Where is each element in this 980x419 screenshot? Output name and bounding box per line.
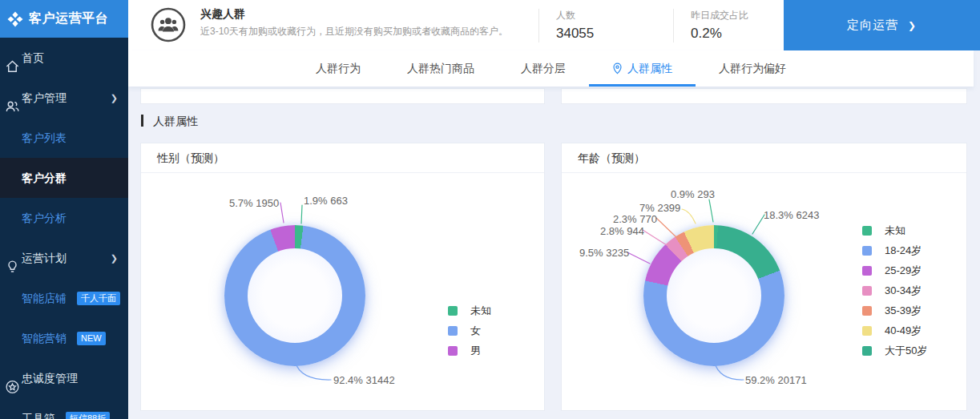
tab-group-layering[interactable]: 人群分层 bbox=[498, 50, 589, 87]
tab-group-attributes[interactable]: 人群属性 bbox=[589, 50, 696, 87]
group-info: 兴趣人群 近3-10天有加购或收藏行为，且近期没有购买加购或者收藏商品的客户。 bbox=[200, 7, 549, 38]
legend-swatch bbox=[862, 306, 872, 316]
sidebar-item-label: 忠诚度管理 bbox=[22, 372, 78, 385]
legend-swatch bbox=[862, 286, 872, 296]
sidebar-item-loyalty-management[interactable]: 忠诚度管理 bbox=[0, 358, 128, 398]
donut-hole bbox=[667, 248, 761, 343]
group-description: 近3-10天有加购或收藏行为，且近期没有购买加购或者收藏商品的客户。 bbox=[200, 25, 549, 38]
age-legend: 未知 18-24岁 25-29岁 30-34岁 35-39岁 40-49岁 大于… bbox=[862, 220, 927, 361]
legend-item[interactable]: 未知 bbox=[862, 220, 927, 240]
sidebar-item-label: 客户管理 bbox=[22, 91, 67, 104]
group-name: 兴趣人群 bbox=[200, 7, 549, 22]
gender-prediction-card: 性别（预测） 5.7% 1950 1.9% 663 92.4% 31442 未知… bbox=[140, 143, 545, 411]
age-prediction-card: 年龄（预测） 0.9% 293 18.3% 6243 7% 2399 2.3% … bbox=[561, 143, 967, 411]
sidebar-item-smart-shop[interactable]: 智能店铺千人千面 bbox=[0, 278, 128, 318]
sidebar-item-customer-list[interactable]: 客户列表 bbox=[0, 118, 128, 158]
sidebar: 客户运营平台 首页 客户管理 ❯ 客户列表 客户分群 bbox=[0, 0, 128, 419]
tab-label: 人群行为 bbox=[316, 62, 361, 75]
sidebar-item-label: 客户分群 bbox=[22, 171, 67, 184]
pie-label-female: 92.4% 31442 bbox=[333, 374, 395, 386]
card-title: 性别（预测） bbox=[141, 143, 544, 173]
legend-item[interactable]: 男 bbox=[448, 340, 491, 361]
legend-label: 未知 bbox=[470, 304, 491, 318]
chevron-right-icon: ❯ bbox=[908, 20, 917, 31]
stat-value: 34055 bbox=[556, 26, 594, 42]
sms-discount-badge: 短信88折 bbox=[66, 412, 110, 419]
age-donut-chart[interactable] bbox=[643, 225, 784, 366]
tab-label: 人群行为偏好 bbox=[719, 62, 786, 75]
sidebar-item-customer-analysis[interactable]: 客户分析 bbox=[0, 198, 128, 238]
sidebar-item-customer-management[interactable]: 客户管理 ❯ bbox=[0, 78, 128, 118]
targeted-operation-button[interactable]: 定向运营 ❯ bbox=[784, 0, 980, 50]
legend-item[interactable]: 女 bbox=[448, 320, 491, 340]
sidebar-item-label: 运营计划 bbox=[22, 252, 67, 264]
legend-item[interactable]: 40-49岁 bbox=[862, 320, 927, 340]
legend-label: 35-39岁 bbox=[885, 304, 922, 318]
tab-bar: 人群行为 人群热门商品 人群分层 人群属性 人群行为偏好 bbox=[128, 50, 974, 87]
leader-line bbox=[752, 215, 764, 234]
users-icon bbox=[5, 91, 20, 106]
pie-label-40-49: 7% 2399 bbox=[639, 202, 680, 214]
legend-label: 40-49岁 bbox=[885, 324, 922, 338]
smart-shop-badge: 千人千面 bbox=[77, 292, 120, 305]
sidebar-item-home[interactable]: 首页 bbox=[0, 38, 128, 78]
legend-item[interactable]: 30-34岁 bbox=[862, 280, 927, 300]
sidebar-item-label: 首页 bbox=[22, 51, 44, 64]
sidebar-item-operation-plan[interactable]: 运营计划 ❯ bbox=[0, 238, 128, 278]
sidebar-item-smart-marketing[interactable]: 智能营销NEW bbox=[0, 318, 128, 358]
legend-label: 25-29岁 bbox=[885, 264, 922, 278]
leader-line bbox=[280, 203, 284, 223]
customer-operation-platform: 客户运营平台 首页 客户管理 ❯ 客户列表 客户分群 bbox=[0, 0, 980, 419]
leader-line bbox=[301, 205, 302, 224]
gender-legend: 未知 女 男 bbox=[448, 300, 491, 361]
legend-item[interactable]: 未知 bbox=[448, 300, 491, 320]
logo-icon bbox=[6, 10, 24, 28]
gender-donut-chart[interactable] bbox=[224, 225, 365, 366]
star-circle-icon bbox=[5, 371, 20, 386]
stat-label: 昨日成交占比 bbox=[691, 9, 748, 22]
section-title: 人群属性 bbox=[141, 115, 198, 129]
stat-label: 人数 bbox=[556, 9, 594, 22]
legend-swatch bbox=[862, 326, 872, 336]
pie-label-18-24: 59.2% 20171 bbox=[745, 374, 807, 386]
sidebar-item-label: 工具箱 bbox=[22, 412, 55, 419]
sidebar-item-customer-segmentation[interactable]: 客户分群 bbox=[0, 158, 128, 198]
leader-line bbox=[682, 209, 696, 224]
card-title: 年龄（预测） bbox=[562, 143, 966, 173]
previous-card-bottom bbox=[140, 88, 545, 104]
stat-people-count: 人数 34055 bbox=[556, 9, 594, 42]
sidebar-item-label: 智能店铺 bbox=[22, 292, 67, 304]
legend-label: 18-24岁 bbox=[885, 244, 922, 258]
legend-item[interactable]: 大于50岁 bbox=[862, 340, 927, 361]
legend-item[interactable]: 18-24岁 bbox=[862, 240, 927, 260]
stat-value: 0.2% bbox=[691, 26, 748, 42]
pie-label-unknown: 1.9% 663 bbox=[304, 195, 348, 207]
legend-swatch bbox=[448, 326, 458, 336]
tab-label: 人群属性 bbox=[627, 62, 672, 75]
previous-card-bottom bbox=[561, 88, 967, 104]
tab-group-hot-products[interactable]: 人群热门商品 bbox=[384, 50, 498, 87]
legend-swatch bbox=[862, 346, 872, 356]
legend-item[interactable]: 25-29岁 bbox=[862, 260, 927, 280]
group-header: 兴趣人群 近3-10天有加购或收藏行为，且近期没有购买加购或者收藏商品的客户。 … bbox=[128, 0, 980, 50]
legend-label: 大于50岁 bbox=[885, 344, 927, 358]
home-icon bbox=[5, 50, 20, 66]
title-bar-decoration bbox=[141, 115, 143, 127]
sidebar-item-label: 客户列表 bbox=[22, 131, 67, 144]
pie-label-30-34: 2.8% 944 bbox=[600, 225, 644, 237]
pie-label-unknown: 0.9% 293 bbox=[671, 188, 715, 200]
pie-label-over-50: 18.3% 6243 bbox=[764, 209, 819, 221]
legend-item[interactable]: 35-39岁 bbox=[862, 300, 927, 320]
stat-deal-ratio: 昨日成交占比 0.2% bbox=[691, 9, 748, 42]
sidebar-item-toolbox[interactable]: 工具箱短信88折 bbox=[0, 398, 128, 419]
app-logo[interactable]: 客户运营平台 bbox=[0, 0, 128, 38]
sidebar-item-label: 智能营销 bbox=[22, 332, 67, 344]
legend-swatch bbox=[862, 266, 872, 276]
donut-hole bbox=[248, 248, 342, 343]
tab-group-behavior[interactable]: 人群行为 bbox=[292, 50, 384, 87]
pie-label-25-29: 9.5% 3235 bbox=[579, 247, 629, 259]
tab-group-behavior-preference[interactable]: 人群行为偏好 bbox=[696, 50, 809, 87]
leader-line bbox=[627, 252, 650, 264]
legend-label: 女 bbox=[470, 324, 481, 338]
toolbox-icon bbox=[5, 411, 20, 419]
